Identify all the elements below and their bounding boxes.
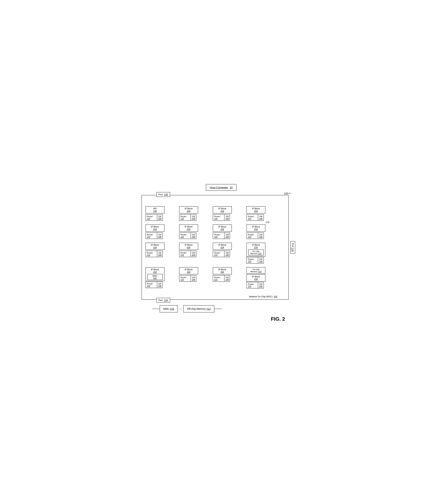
hip-label: HIP xyxy=(147,207,163,210)
cell-r4c2: IP Block 104 Router 110 106 108 xyxy=(179,267,210,288)
noc-border-ref: 100 ⌐ xyxy=(284,192,288,195)
cell-r1c1: HIP 128 Router 110 106 108 xyxy=(145,206,176,221)
cell-r2c4: IP Block 104 Router 110 106 108 xyxy=(246,225,277,239)
hip-ref: 128 xyxy=(147,210,163,212)
cell-r1c4: IP Block 104 Router 110 106 108 118 xyxy=(246,206,277,221)
cell-r3c2: IP Block 104 Router 110 106 108 xyxy=(179,243,210,263)
host-computer-label: Host Computer xyxy=(210,186,228,189)
cell-r1c3: IP Block 104 Router 110 106 108 xyxy=(213,206,244,221)
offchip-memory-box: Off-chip Memory 112 xyxy=(183,305,214,313)
router-label-r1c1: Router xyxy=(147,215,156,217)
cell-r1c2: IP Block 104 Router 110 106 108 xyxy=(179,206,210,221)
cell-r3c3: IP Block 104 Router 110 106 108 xyxy=(213,243,244,263)
host-computer-box: Host Computer 10 xyxy=(206,184,237,191)
mmu-122-box: MMU 122 xyxy=(160,305,178,313)
cell-r3c1: IP Block 104 Router 110 106 108 xyxy=(145,243,176,263)
port-130-box: Port 130 xyxy=(156,192,170,197)
cell-r4c4: On-chip Memory 114 IP Block 104 Router 1… xyxy=(246,267,277,288)
diagram-wrapper: Host Computer 10 100 ⌐ Port 130 Port 124… xyxy=(138,179,292,325)
host-computer-ref: 10 xyxy=(230,186,233,189)
port-126-box: Port 126 xyxy=(290,241,295,253)
cell-r4c3: IP Block 104 Router 110 106 108 xyxy=(213,267,244,288)
port-124-box: Port 124 xyxy=(156,298,170,303)
fig-label: FIG. 2 xyxy=(142,316,289,322)
noc-label: Network On Chip (NOC) 102 xyxy=(249,295,278,298)
cell-r2c2: IP Block 104 Router 110 106 108 xyxy=(179,225,210,239)
ref-118-label: 118 xyxy=(266,221,269,224)
cell-r2c3: IP Block 104 Router 110 106 108 xyxy=(213,225,244,239)
cell-r2c1: IP Block 104 Router 110 106 108 xyxy=(145,225,176,239)
cell-r3c4: IP Block 104 On-chip Memory 116 Router 1… xyxy=(246,243,277,263)
cell-r4c1: IP Block 104 MMU 120 Router 110 106 108 xyxy=(145,267,176,288)
